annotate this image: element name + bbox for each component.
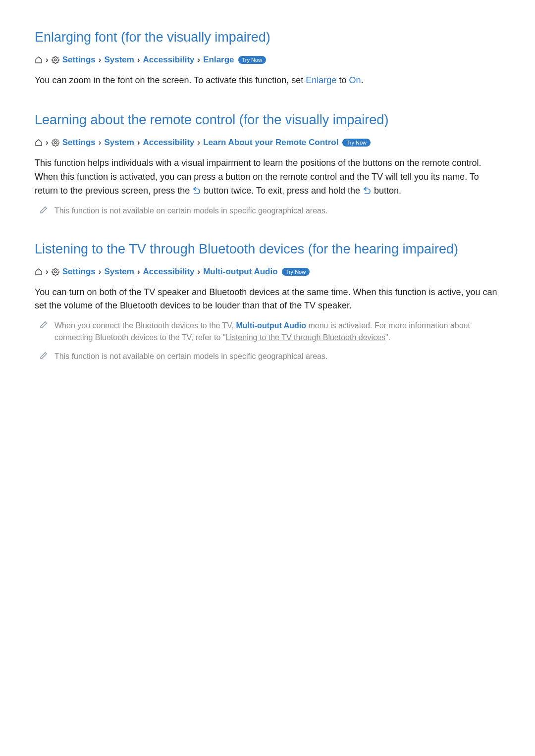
breadcrumb-item[interactable]: Accessibility (143, 267, 195, 277)
home-icon (35, 56, 43, 64)
note: This function is not available on certai… (40, 205, 500, 217)
chevron-right-icon: › (198, 55, 201, 65)
breadcrumb-item[interactable]: Accessibility (143, 55, 195, 65)
breadcrumb-item[interactable]: System (104, 138, 134, 148)
chevron-right-icon: › (137, 55, 140, 65)
pencil-icon (40, 352, 48, 361)
text-segment: ". (385, 333, 390, 342)
note-text: This function is not available on certai… (54, 205, 327, 217)
try-now-badge[interactable]: Try Now (342, 139, 371, 147)
try-now-badge[interactable]: Try Now (238, 56, 267, 64)
breadcrumb-item[interactable]: System (104, 267, 134, 277)
pencil-icon (40, 321, 48, 331)
cross-reference-link[interactable]: Listening to the TV through Bluetooth de… (225, 333, 385, 342)
text-segment: button. (372, 186, 401, 196)
section-bluetooth: Listening to the TV through Bluetooth de… (35, 242, 500, 363)
note-text: When you connect the Bluetooth devices t… (54, 320, 500, 344)
note: When you connect the Bluetooth devices t… (40, 320, 500, 344)
chevron-right-icon: › (99, 138, 102, 148)
text-segment: to (336, 75, 349, 85)
chevron-right-icon: › (198, 138, 201, 148)
chevron-right-icon: › (46, 267, 49, 277)
pencil-icon (40, 206, 48, 216)
home-icon (35, 268, 43, 276)
breadcrumb-item[interactable]: Settings (62, 55, 96, 65)
note: This function is not available on certai… (40, 351, 500, 362)
chevron-right-icon: › (198, 267, 201, 277)
section-remote-control: Learning about the remote control (for t… (35, 112, 500, 217)
chevron-right-icon: › (46, 55, 49, 65)
text-segment: button twice. To exit, press and hold th… (201, 186, 363, 196)
body-text: This function helps individuals with a v… (35, 156, 500, 198)
svg-point-0 (54, 59, 56, 61)
gear-icon (52, 268, 59, 276)
chevron-right-icon: › (99, 267, 102, 277)
body-text: You can turn on both of the TV speaker a… (35, 286, 500, 313)
inline-link-multi-output: Multi-output Audio (236, 321, 306, 330)
back-icon (192, 187, 201, 196)
breadcrumb-item[interactable]: Enlarge (203, 55, 234, 65)
try-now-badge[interactable]: Try Now (282, 268, 310, 276)
section-heading: Listening to the TV through Bluetooth de… (35, 242, 500, 257)
section-heading: Learning about the remote control (for t… (35, 112, 500, 128)
section-heading: Enlarging font (for the visually impaire… (35, 30, 500, 45)
breadcrumb: › Settings › System › Accessibility › Mu… (35, 267, 500, 277)
breadcrumb: › Settings › System › Accessibility › En… (35, 55, 500, 65)
chevron-right-icon: › (99, 55, 102, 65)
breadcrumb-item[interactable]: Settings (62, 138, 96, 148)
chevron-right-icon: › (46, 138, 49, 148)
svg-point-1 (54, 142, 56, 144)
inline-link-on: On (349, 75, 361, 85)
home-icon (35, 139, 43, 147)
text-segment: When you connect the Bluetooth devices t… (54, 321, 236, 330)
breadcrumb-item[interactable]: Settings (62, 267, 96, 277)
chevron-right-icon: › (137, 138, 140, 148)
breadcrumb-item[interactable]: Learn About your Remote Control (203, 138, 338, 148)
breadcrumb-item[interactable]: System (104, 55, 134, 65)
back-icon (363, 187, 372, 196)
body-text: You can zoom in the font on the screen. … (35, 74, 500, 88)
text-segment: . (361, 75, 363, 85)
gear-icon (52, 56, 59, 64)
breadcrumb-item[interactable]: Multi-output Audio (203, 267, 277, 277)
inline-link-enlarge: Enlarge (306, 75, 336, 85)
section-enlarging-font: Enlarging font (for the visually impaire… (35, 30, 500, 88)
chevron-right-icon: › (137, 267, 140, 277)
gear-icon (52, 139, 59, 147)
svg-point-2 (54, 271, 56, 273)
breadcrumb: › Settings › System › Accessibility › Le… (35, 138, 500, 148)
note-text: This function is not available on certai… (54, 351, 327, 362)
breadcrumb-item[interactable]: Accessibility (143, 138, 195, 148)
text-segment: You can zoom in the font on the screen. … (35, 75, 306, 85)
